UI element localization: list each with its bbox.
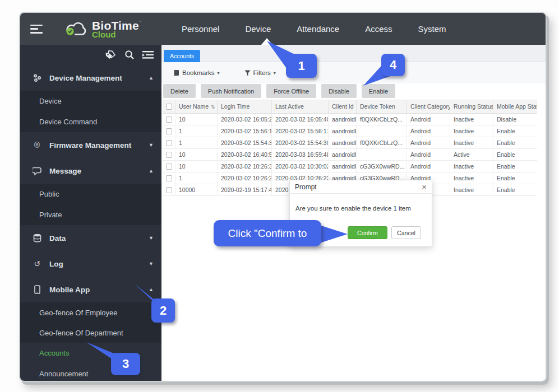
row-checkbox[interactable] [166, 128, 172, 134]
select-all-checkbox[interactable] [166, 104, 172, 110]
close-icon[interactable]: × [422, 183, 427, 191]
row-select-cell [163, 184, 175, 195]
table-cell: Inactive [450, 114, 493, 125]
bookmarks-button[interactable]: Bookmarks ▾ [173, 69, 220, 76]
table-cell: aandroidId... [329, 125, 357, 137]
tags-icon[interactable] [105, 50, 117, 60]
column-header-login-time[interactable]: Login Time [218, 100, 272, 113]
column-header-mobile-app-status[interactable]: Mobile App Status [493, 100, 537, 113]
column-header-client-id[interactable]: Client Id [329, 100, 357, 113]
table-row: 102020-03-02 10:26:382020-03-02 10:30:02… [163, 161, 537, 172]
delete-button[interactable]: Delete [163, 84, 196, 98]
nav-attendance[interactable]: Attendance [297, 24, 339, 34]
chevron-up-icon: ▲ [149, 168, 154, 174]
list-toolbar: Bookmarks ▾ Filters ▾ [161, 62, 546, 83]
table-cell: Enable [493, 149, 537, 160]
column-header-device-token[interactable]: Device Token [357, 100, 407, 113]
callout-step-1: 1 [286, 54, 317, 78]
sidebar-item-device[interactable]: Device [20, 91, 161, 111]
column-header-last-active[interactable]: Last Active [272, 100, 329, 113]
table-cell: 10 [175, 149, 218, 160]
active-nav-pointer-icon [261, 38, 272, 45]
table-cell: Inactive [450, 137, 493, 148]
enable-button[interactable]: Enable [362, 84, 395, 98]
sidebar-item-public[interactable]: Public [20, 184, 161, 204]
sidebar-item-accounts[interactable]: Accounts [20, 343, 161, 363]
brand-trademark: ` [139, 20, 141, 27]
table-cell: aandroidId... [329, 161, 357, 172]
search-icon[interactable] [124, 50, 135, 60]
nav-device[interactable]: Device [245, 24, 271, 34]
main-nav: Personnel Device Attendance Access Syste… [182, 24, 446, 34]
row-checkbox[interactable] [166, 152, 172, 158]
dialog-title: Prompt [295, 183, 422, 191]
row-select-cell [163, 172, 175, 184]
callout-step-3: 3 [111, 353, 140, 375]
sidebar-item-private[interactable]: Private [20, 204, 161, 225]
table-cell: 1 [175, 172, 218, 184]
sort-icon[interactable]: ⇅ [211, 104, 215, 110]
sidebar-tools [20, 45, 161, 65]
table-row: 102020-03-02 16:40:572020-03-03 16:59:48… [163, 149, 537, 161]
chevron-down-icon: ▼ [149, 142, 154, 148]
cancel-button[interactable]: Cancel [391, 226, 421, 239]
table-cell: 2020-03-02 16:05:40 [272, 114, 329, 125]
row-checkbox[interactable] [166, 116, 172, 123]
confirm-button[interactable]: Confirm [348, 226, 387, 239]
column-header-user-name[interactable]: User Name⇅ [175, 100, 218, 113]
table-cell: 2020-03-02 10:26:38 [218, 161, 272, 172]
table-cell: 2020-03-02 10:26:22 [218, 172, 272, 184]
top-navbar: BioTime` Cloud Personnel Device Attendan… [20, 13, 546, 45]
sidebar-item-geofence-department[interactable]: Geo-fence Of Department [20, 323, 161, 343]
table-cell: Inactive [450, 184, 493, 195]
sidebar-item-mobile-app[interactable]: Mobile App ▲ [20, 277, 161, 302]
sidebar-item-announcement[interactable]: Announcement [20, 363, 161, 382]
column-header-client-category[interactable]: Client Category [407, 100, 450, 113]
dialog-message: Are you sure to enable the device 1 item [295, 205, 411, 212]
force-offline-button[interactable]: Force Offline [266, 84, 316, 98]
nav-system[interactable]: System [418, 24, 446, 34]
row-select-cell [163, 125, 175, 137]
row-checkbox[interactable] [166, 140, 172, 146]
action-buttons: Delete Push Notification Force Offline D… [163, 84, 395, 98]
chevron-up-icon: ▲ [149, 75, 154, 81]
row-select-cell [163, 161, 175, 172]
sidebar-collapse-icon[interactable] [30, 25, 43, 34]
sidebar-item-firmware-management[interactable]: ® Firmware Management ▼ [20, 132, 161, 158]
table-cell: Android [407, 149, 450, 160]
table-cell: Android [407, 137, 450, 148]
table-cell: cG3GX0wwRD... [357, 161, 407, 172]
brand-logo[interactable]: BioTime` Cloud [63, 20, 141, 39]
tab-accounts[interactable]: Accounts [164, 50, 200, 62]
sidebar-item-device-command[interactable]: Device Command [20, 111, 161, 132]
sidebar-item-device-management[interactable]: Device Management ▲ [20, 65, 161, 91]
sidebar-item-log[interactable]: ↺ Log ▼ [20, 251, 161, 277]
table-cell: f0QXKrCbLzQ... [357, 114, 407, 125]
table-cell: f0QXKrCbLzQ... [357, 137, 407, 148]
table-cell: 10 [175, 161, 218, 172]
nav-personnel[interactable]: Personnel [182, 24, 220, 34]
column-header-running-status[interactable]: Running Status [450, 100, 493, 113]
nav-access[interactable]: Access [365, 24, 392, 34]
registered-icon: ® [31, 141, 43, 150]
sidebar-item-data[interactable]: Data ▼ [20, 225, 161, 251]
table-cell: Android [407, 114, 450, 125]
table-cell: Enable [493, 137, 537, 148]
table-cell: Disable [493, 114, 537, 125]
list-indent-icon[interactable] [142, 50, 154, 59]
row-checkbox[interactable] [166, 175, 172, 181]
history-icon: ↺ [31, 259, 43, 268]
filters-button[interactable]: Filters ▾ [244, 69, 276, 76]
sidebar-item-geofence-employee[interactable]: Geo-fence Of Employee [20, 302, 161, 323]
disable-button[interactable]: Disable [321, 84, 357, 98]
mobile-phone-icon [31, 285, 43, 294]
row-checkbox[interactable] [166, 164, 172, 170]
row-checkbox[interactable] [166, 187, 172, 193]
table-cell: aandroidId... [329, 149, 357, 160]
push-notification-button[interactable]: Push Notification [201, 84, 262, 98]
funnel-icon [244, 70, 251, 76]
main-content: Accounts Bookmarks ▾ Filters ▾ Delete Pu… [161, 45, 546, 381]
sidebar-item-message[interactable]: Message ▲ [20, 158, 161, 184]
table-row: 102020-03-02 16:05:262020-03-02 16:05:40… [163, 114, 537, 125]
table-cell: 2020-03-02 15:56:17 [272, 125, 329, 137]
